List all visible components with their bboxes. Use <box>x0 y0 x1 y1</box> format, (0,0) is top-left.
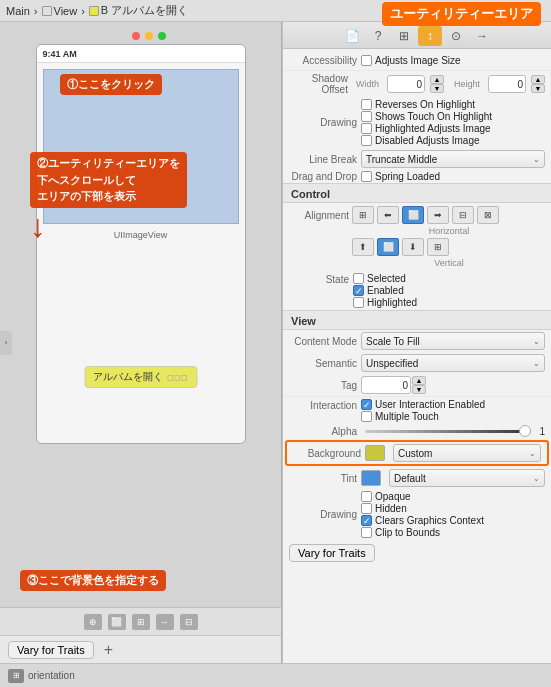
opaque-item: Opaque <box>361 491 484 502</box>
stepper-h-down[interactable]: ▼ <box>531 84 545 93</box>
opaque-text: Opaque <box>375 491 411 502</box>
drag-drop-label: Drag and Drop <box>289 171 357 182</box>
shadow-width-input[interactable] <box>387 75 425 93</box>
align-h-5[interactable]: ⊠ <box>477 206 499 224</box>
tint-value: Default <box>394 473 426 484</box>
align-v-0[interactable]: ⬆ <box>352 238 374 256</box>
align-h-0[interactable]: ⊞ <box>352 206 374 224</box>
annotation-step3: ③ここで背景色を指定する <box>20 570 166 591</box>
disabled-adjusts-cb[interactable] <box>361 135 372 146</box>
background-swatch[interactable] <box>365 445 385 461</box>
multiple-touch-item: Multiple Touch <box>361 411 485 422</box>
align-v-3[interactable]: ⊞ <box>427 238 449 256</box>
state-selected-cb[interactable] <box>353 273 364 284</box>
adjusts-image-size-checkbox[interactable] <box>361 55 372 66</box>
highlighted-adjusts-cb[interactable] <box>361 123 372 134</box>
toolbar-icon-3[interactable]: ⊞ <box>132 614 150 630</box>
state-highlighted-text: Highlighted <box>367 297 417 308</box>
interaction-row: Interaction ✓ User Interaction Enabled M… <box>283 397 551 424</box>
shadow-width-stepper[interactable]: ▲ ▼ <box>430 75 444 93</box>
window-controls <box>132 32 166 40</box>
multiple-touch-cb[interactable] <box>361 411 372 422</box>
orientation-icon[interactable]: ⊞ <box>8 669 24 683</box>
drawing2-checkboxes: Opaque Hidden ✓ Clears Graphics Context <box>361 491 484 538</box>
user-interaction-cb[interactable]: ✓ <box>361 399 372 410</box>
disabled-adjusts-item: Disabled Adjusts Image <box>361 135 492 146</box>
util-tab-exit[interactable]: → <box>470 26 494 46</box>
maximize-button-dot[interactable] <box>158 32 166 40</box>
state-highlighted-cb[interactable] <box>353 297 364 308</box>
line-break-label: Line Break <box>289 154 357 165</box>
button-size-handles: ◻◻◻ <box>167 373 188 382</box>
reverses-highlight-cb[interactable] <box>361 99 372 110</box>
opaque-cb[interactable] <box>361 491 372 502</box>
orientation-bar: ⊞ orientation <box>0 663 551 687</box>
util-tab-arrow[interactable]: ↕ <box>418 26 442 46</box>
nav-arrow-left[interactable]: › <box>0 331 12 355</box>
alpha-slider[interactable] <box>365 430 531 433</box>
panel-content[interactable]: Accessibility Adjusts Image Size Shadow … <box>283 49 551 663</box>
vary-for-traits-button[interactable]: Vary for Traits <box>8 641 94 659</box>
toolbar-icon-5[interactable]: ⊟ <box>180 614 198 630</box>
shows-touch-text: Shows Touch On Highlight <box>375 111 492 122</box>
plus-button[interactable]: + <box>104 641 113 659</box>
util-tab-help[interactable]: ? <box>366 26 390 46</box>
alpha-value: 1 <box>539 426 545 437</box>
clears-graphics-cb[interactable]: ✓ <box>361 515 372 526</box>
tint-dropdown[interactable]: Default ⌄ <box>389 469 545 487</box>
dropdown-arrow: ⌄ <box>533 155 540 164</box>
semantic-dropdown[interactable]: Unspecified ⌄ <box>361 354 545 372</box>
vary-traits-panel-button[interactable]: Vary for Traits <box>289 544 375 562</box>
cm-dropdown-arrow: ⌄ <box>533 337 540 346</box>
state-enabled-text: Enabled <box>367 285 404 296</box>
tag-stepper-up[interactable]: ▲ <box>412 376 426 385</box>
toolbar-icon-1[interactable]: ⊕ <box>84 614 102 630</box>
content-mode-dropdown[interactable]: Scale To Fill ⌄ <box>361 332 545 350</box>
bg-dropdown-arrow: ⌄ <box>529 449 536 458</box>
shadow-height-input[interactable] <box>488 75 526 93</box>
utility-panel: ユーティリティーエリア 📄 ? ⊞ ↕ ⊙ → Accessibility <box>282 22 551 663</box>
highlighted-adjusts-text: Highlighted Adjusts Image <box>375 123 491 134</box>
button-mockup[interactable]: アルバムを開く ◻◻◻ <box>84 366 197 388</box>
align-v-1[interactable]: ⬜ <box>377 238 399 256</box>
stepper-down[interactable]: ▼ <box>430 84 444 93</box>
align-v-2[interactable]: ⬇ <box>402 238 424 256</box>
util-tab-grid[interactable]: ⊞ <box>392 26 416 46</box>
close-button-dot[interactable] <box>132 32 140 40</box>
disabled-adjusts-text: Disabled Adjusts Image <box>375 135 480 146</box>
tag-stepper[interactable]: ▲ ▼ <box>412 376 426 394</box>
minimize-button-dot[interactable] <box>145 32 153 40</box>
background-dropdown[interactable]: Custom ⌄ <box>393 444 541 462</box>
tint-swatch[interactable] <box>361 470 381 486</box>
toolbar-icon-4[interactable]: ↔ <box>156 614 174 630</box>
spring-loaded-cb[interactable] <box>361 171 372 182</box>
stepper-up[interactable]: ▲ <box>430 75 444 84</box>
accessibility-label: Accessibility <box>289 55 357 66</box>
clip-bounds-cb[interactable] <box>361 527 372 538</box>
align-h-2[interactable]: ⬜ <box>402 206 424 224</box>
breadcrumb-view: View <box>42 5 78 17</box>
state-selected-item: Selected <box>353 273 417 284</box>
tag-input[interactable] <box>361 376 411 394</box>
hidden-item: Hidden <box>361 503 484 514</box>
breadcrumb-main[interactable]: Main <box>6 5 30 17</box>
semantic-label: Semantic <box>289 358 357 369</box>
hidden-cb[interactable] <box>361 503 372 514</box>
state-selected-text: Selected <box>367 273 406 284</box>
align-h-4[interactable]: ⊟ <box>452 206 474 224</box>
stepper-h-up[interactable]: ▲ <box>531 75 545 84</box>
util-tab-person[interactable]: ⊙ <box>444 26 468 46</box>
tag-row: Tag ▲ ▼ <box>283 374 551 397</box>
util-tab-file[interactable]: 📄 <box>340 26 364 46</box>
status-bar: 9:41 AM <box>37 45 245 63</box>
control-section-header: Control <box>283 183 551 203</box>
tag-stepper-down[interactable]: ▼ <box>412 385 426 394</box>
reverses-highlight-item: Reverses On Highlight <box>361 99 492 110</box>
align-h-3[interactable]: ➡ <box>427 206 449 224</box>
shows-touch-cb[interactable] <box>361 111 372 122</box>
toolbar-icon-2[interactable]: ⬜ <box>108 614 126 630</box>
shadow-height-stepper[interactable]: ▲ ▼ <box>531 75 545 93</box>
align-h-1[interactable]: ⬅ <box>377 206 399 224</box>
state-enabled-cb[interactable]: ✓ <box>353 285 364 296</box>
line-break-dropdown[interactable]: Truncate Middle ⌄ <box>361 150 545 168</box>
